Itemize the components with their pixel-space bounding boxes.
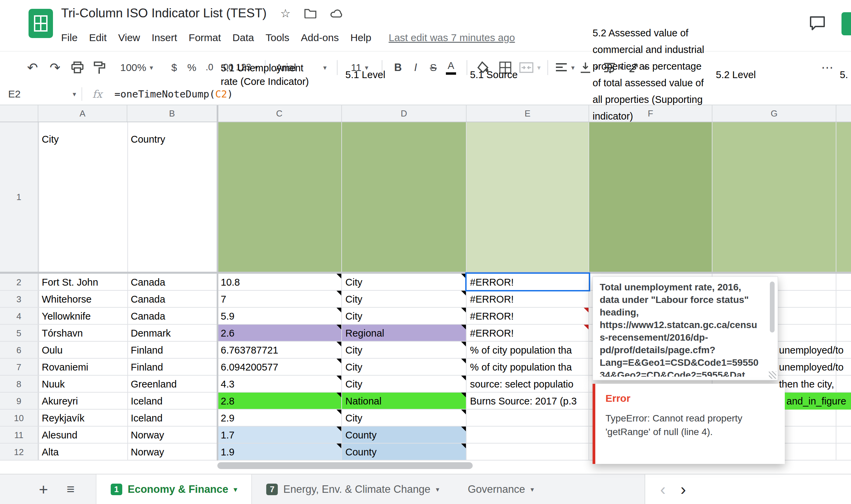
cell-D9[interactable]: National bbox=[345, 393, 381, 410]
cell-B3[interactable]: Canada bbox=[131, 291, 165, 308]
cell-A10[interactable]: Reykjavík bbox=[42, 410, 85, 427]
cell-C6[interactable]: 6.763787721 bbox=[221, 342, 278, 359]
cell-D5[interactable]: Regional bbox=[345, 325, 384, 342]
cell-C12[interactable]: 1.9 bbox=[221, 444, 234, 461]
error-message: TypeError: Cannot read property 'getRang… bbox=[605, 412, 776, 439]
note-indicator bbox=[337, 342, 341, 346]
horizontal-scrollbar[interactable] bbox=[217, 462, 473, 469]
cell-C7[interactable]: 6.094200577 bbox=[221, 359, 278, 376]
note-indicator bbox=[337, 376, 341, 380]
cell-A5[interactable]: Tórshavn bbox=[42, 325, 83, 342]
prev-tabs-arrow[interactable]: ‹ bbox=[660, 480, 666, 499]
cell-C1[interactable]: 5.1 Unemployment rate (Core Indicator) bbox=[221, 0, 323, 149]
cell-E9[interactable]: Burns Source: 2017 (p.3 bbox=[470, 393, 577, 410]
note-indicator bbox=[461, 308, 466, 312]
note-resize-handle[interactable] bbox=[769, 371, 776, 379]
google-sheets-app: Tri-Column ISO Indicator List (TEST) ☆ F… bbox=[0, 0, 851, 504]
cell-A7[interactable]: Rovaniemi bbox=[42, 359, 88, 376]
cell-C11[interactable]: 1.7 bbox=[221, 427, 234, 444]
overflow-text-row6: unemployed/to bbox=[779, 342, 844, 359]
cell-D7[interactable]: City bbox=[345, 359, 362, 376]
note-indicator bbox=[337, 359, 341, 363]
undo-button[interactable]: ↶ bbox=[24, 57, 41, 78]
cell-A4[interactable]: Yellowknife bbox=[42, 308, 91, 325]
cell-B12[interactable]: Norway bbox=[131, 444, 164, 461]
note-indicator bbox=[461, 444, 466, 448]
cell-A1[interactable]: City bbox=[42, 0, 123, 149]
cell-C4[interactable]: 5.9 bbox=[221, 308, 234, 325]
toolbar-divider bbox=[467, 60, 467, 75]
select-all-corner[interactable] bbox=[0, 105, 38, 122]
cell-B1[interactable]: Country bbox=[131, 0, 214, 149]
cell-D8[interactable]: City bbox=[345, 376, 362, 393]
script-error-popup: Error TypeError: Cannot read property 'g… bbox=[593, 384, 785, 464]
cell-A2[interactable]: Fort St. John bbox=[42, 274, 98, 291]
sheet-tab-energy-env-climate[interactable]: 7 Energy, Env. & Climate Change ▾ bbox=[252, 474, 453, 504]
cell-B5[interactable]: Denmark bbox=[131, 325, 171, 342]
cell-C3[interactable]: 7 bbox=[221, 291, 226, 308]
cell-D3[interactable]: City bbox=[345, 291, 362, 308]
cell-C2[interactable]: 10.8 bbox=[221, 274, 240, 291]
cell-C8[interactable]: 4.3 bbox=[221, 376, 234, 393]
chevron-down-icon[interactable]: ▾ bbox=[234, 486, 237, 493]
cell-D4[interactable]: City bbox=[345, 308, 362, 325]
cell-E7[interactable]: % of city population tha bbox=[470, 359, 572, 376]
cell-C9[interactable]: 2.8 bbox=[221, 393, 234, 410]
overflow-text-row8: then the city, bbox=[779, 376, 834, 393]
note-indicator bbox=[461, 376, 466, 380]
cell-B9[interactable]: Iceland bbox=[131, 393, 163, 410]
cell-F1[interactable]: 5.2 Assessed value of commercial and ind… bbox=[593, 0, 707, 149]
note-indicator bbox=[337, 444, 341, 448]
cell-E1[interactable]: 5.1 Source bbox=[470, 0, 585, 149]
note-indicator bbox=[337, 308, 341, 312]
cell-B6[interactable]: Finland bbox=[131, 342, 163, 359]
cell-E6[interactable]: % of city population tha bbox=[470, 342, 572, 359]
note-indicator bbox=[337, 393, 341, 397]
cell-H1-partial[interactable]: 5. bbox=[840, 0, 851, 149]
cell-B4[interactable]: Canada bbox=[131, 308, 165, 325]
cell-B11[interactable]: Norway bbox=[131, 427, 164, 444]
note-indicator bbox=[461, 359, 466, 363]
sheet-tab-economy-finance[interactable]: 1 Economy & Finance ▾ bbox=[96, 474, 252, 504]
sheet-tab-governance[interactable]: Governance ▾ bbox=[453, 474, 548, 504]
cell-B7[interactable]: Finland bbox=[131, 359, 163, 376]
cell-C10[interactable]: 2.9 bbox=[221, 410, 234, 427]
cell-E4[interactable]: #ERROR! bbox=[470, 308, 514, 325]
overflow-text-row7: unemployed/to bbox=[779, 359, 844, 376]
cell-D1[interactable]: 5.1 Level bbox=[345, 0, 461, 149]
cell-D10[interactable]: City bbox=[345, 410, 362, 427]
cell-A8[interactable]: Nuuk bbox=[42, 376, 65, 393]
add-sheet-button[interactable]: + bbox=[34, 480, 53, 499]
next-tabs-arrow[interactable]: › bbox=[681, 480, 686, 499]
cell-G1[interactable]: 5.2 Level bbox=[716, 0, 831, 149]
cell-E3[interactable]: #ERROR! bbox=[470, 291, 514, 308]
note-indicator bbox=[461, 342, 466, 346]
cell-B10[interactable]: Iceland bbox=[131, 410, 163, 427]
cell-D12[interactable]: County bbox=[345, 444, 377, 461]
note-indicator bbox=[337, 291, 341, 295]
cell-D2[interactable]: City bbox=[345, 274, 362, 291]
cell-A11[interactable]: Alesund bbox=[42, 427, 77, 444]
cell-E8[interactable]: source: select populatio bbox=[470, 376, 574, 393]
cell-B2[interactable]: Canada bbox=[131, 274, 165, 291]
all-sheets-menu-icon[interactable]: ≡ bbox=[61, 482, 80, 497]
cell-A3[interactable]: Whitehorse bbox=[42, 291, 92, 308]
comment-indicator bbox=[584, 325, 589, 329]
cell-E5[interactable]: #ERROR! bbox=[470, 325, 514, 342]
cell-B8[interactable]: Greenland bbox=[131, 376, 177, 393]
cloud-status-icon[interactable] bbox=[330, 8, 344, 18]
cell-A12[interactable]: Alta bbox=[42, 444, 59, 461]
cell-D11[interactable]: County bbox=[345, 427, 377, 444]
chevron-down-icon[interactable]: ▾ bbox=[530, 486, 534, 493]
cell-A6[interactable]: Oulu bbox=[42, 342, 62, 359]
cell-note-popup: Total unemployment rate, 2016, data unde… bbox=[593, 276, 778, 380]
note-indicator bbox=[461, 427, 466, 431]
cell-D6[interactable]: City bbox=[345, 342, 362, 359]
note-indicator bbox=[337, 325, 341, 329]
chevron-down-icon[interactable]: ▾ bbox=[436, 486, 439, 493]
note-scrollbar[interactable] bbox=[770, 282, 775, 332]
row-header-1[interactable]: 1 bbox=[0, 122, 38, 272]
cell-A9[interactable]: Akureyri bbox=[42, 393, 78, 410]
cell-C5[interactable]: 2.6 bbox=[221, 325, 234, 342]
toolbar-divider bbox=[337, 60, 338, 75]
